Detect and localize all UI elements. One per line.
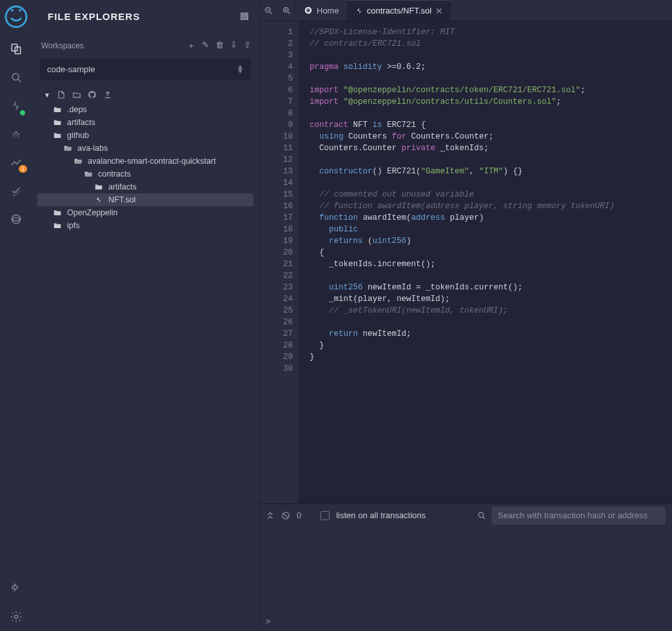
svg-point-1 — [11, 9, 14, 12]
file-explorer-icon[interactable] — [0, 35, 32, 63]
terminal-output[interactable]: > — [259, 527, 672, 631]
svg-line-24 — [483, 517, 485, 519]
tab-close-icon[interactable]: ✕ — [435, 6, 443, 16]
workspace-rename-icon[interactable]: ✎ — [202, 40, 209, 52]
compiler-status-ok-icon — [19, 110, 26, 116]
workspace-selected-value: code-sample — [47, 64, 95, 74]
code-content[interactable]: //SPDX-License-Identifier: MIT// contrac… — [298, 21, 672, 503]
new-folder-icon[interactable] — [72, 90, 81, 99]
workspace-create-icon[interactable]: ＋ — [187, 40, 195, 52]
file-tree: ▼ .depsartifactsgithubava-labsavalanche-… — [32, 85, 259, 631]
folder-icon — [94, 182, 103, 191]
svg-rect-4 — [15, 47, 20, 54]
deploy-icon[interactable] — [0, 120, 32, 148]
terminal-search-icon[interactable] — [477, 510, 486, 520]
svg-rect-9 — [241, 13, 248, 14]
tree-item[interactable]: artifacts — [37, 180, 253, 193]
workspace-select[interactable]: code-sample ▲▼ — [40, 58, 251, 80]
panel-header: FILE EXPLORERS — [32, 0, 259, 26]
home-tab-icon — [304, 6, 313, 15]
line-number-gutter: 1234567891011121314151617181920212223242… — [259, 21, 298, 503]
pending-tx-count: 0 — [297, 510, 301, 520]
workspace-upload-icon[interactable]: ⇧ — [244, 40, 251, 52]
listen-label: listen on all transactions — [336, 510, 426, 520]
tree-item[interactable]: OpenZeppelin — [37, 206, 253, 219]
tree-item-label: ipfs — [67, 221, 79, 230]
svg-line-13 — [270, 12, 272, 14]
tree-item-label: ava-labs — [77, 144, 108, 153]
svg-rect-3 — [12, 44, 17, 52]
svg-point-0 — [6, 6, 26, 27]
zoom-out-icon[interactable] — [259, 0, 277, 21]
tree-item[interactable]: contracts — [37, 168, 253, 180]
svg-point-23 — [479, 512, 484, 518]
settings-icon[interactable] — [0, 603, 32, 631]
tab-home[interactable]: Home — [295, 0, 347, 21]
workspaces-label: Workspaces — [41, 41, 84, 50]
tree-item[interactable]: NFT.sol — [37, 193, 253, 206]
tree-item-label: contracts — [98, 170, 131, 179]
file-explorer-panel: FILE EXPLORERS Workspaces ＋ ✎ 🗑 ⇩ ⇧ code… — [32, 0, 259, 631]
search-icon[interactable] — [0, 63, 32, 92]
folder-icon — [53, 221, 62, 230]
svg-line-22 — [284, 514, 288, 518]
plugin-icon[interactable] — [0, 205, 32, 233]
tree-item[interactable]: avalanche-smart-contract-quickstart — [37, 155, 253, 168]
select-caret-icon: ▲▼ — [237, 64, 244, 73]
svg-point-7 — [12, 215, 20, 223]
debugger-icon[interactable] — [0, 177, 32, 205]
panel-title: FILE EXPLORERS — [48, 11, 140, 22]
vertical-icon-bar: 1 — [0, 0, 32, 631]
tree-collapse-caret-icon[interactable]: ▼ — [44, 92, 50, 99]
folder-open-icon — [63, 144, 72, 153]
zoom-in-icon[interactable] — [277, 0, 295, 21]
tree-item[interactable]: ava-labs — [37, 142, 253, 155]
tree-item[interactable]: artifacts — [37, 116, 253, 129]
folder-icon — [53, 131, 62, 140]
github-icon[interactable] — [88, 90, 97, 99]
tree-item-label: .deps — [67, 105, 87, 114]
tree-item[interactable]: github — [37, 129, 253, 142]
svg-point-8 — [15, 616, 18, 619]
tree-item-label: NFT.sol — [108, 195, 135, 204]
tree-item-label: artifacts — [67, 118, 95, 127]
workspaces-row: Workspaces ＋ ✎ 🗑 ⇩ ⇧ — [32, 26, 259, 55]
panel-menu-icon[interactable] — [239, 11, 250, 21]
tree-item-label: github — [67, 131, 89, 140]
solidity-file-icon — [355, 7, 363, 15]
terminal-collapse-icon[interactable] — [266, 511, 275, 520]
terminal-search-input[interactable] — [491, 507, 666, 525]
editor-tabs-bar: Home contracts/NFT.sol ✕ — [259, 0, 672, 21]
terminal-prompt: > — [266, 616, 666, 626]
workspace-download-icon[interactable]: ⇩ — [230, 40, 237, 52]
tree-item[interactable]: ipfs — [37, 219, 253, 232]
tree-item-label: avalanche-smart-contract-quickstart — [88, 157, 216, 166]
analytics-badge: 1 — [19, 165, 27, 173]
file-sol-icon — [94, 196, 103, 204]
tab-home-label: Home — [317, 6, 339, 15]
tree-toolbar: ▼ — [37, 88, 253, 103]
terminal-clear-icon[interactable] — [281, 511, 290, 520]
tree-item-label: artifacts — [108, 182, 137, 191]
listen-checkbox[interactable] — [321, 511, 330, 520]
svg-point-2 — [19, 9, 21, 12]
code-editor[interactable]: 1234567891011121314151617181920212223242… — [259, 21, 672, 503]
plugin-manager-icon[interactable] — [0, 574, 32, 603]
tree-item-label: OpenZeppelin — [67, 208, 118, 217]
terminal-toolbar: 0 listen on all transactions — [259, 503, 672, 527]
upload-local-icon[interactable] — [103, 90, 112, 99]
analytics-icon[interactable]: 1 — [0, 148, 32, 177]
tab-active-file-label: contracts/NFT.sol — [367, 6, 431, 15]
folder-icon — [53, 118, 62, 127]
tree-item[interactable]: .deps — [37, 103, 253, 116]
svg-point-5 — [12, 73, 19, 80]
main-column: Home contracts/NFT.sol ✕ 123456789101112… — [259, 0, 672, 631]
compiler-icon[interactable] — [0, 92, 32, 120]
svg-rect-10 — [241, 15, 248, 17]
folder-icon — [53, 208, 62, 217]
tab-active-file[interactable]: contracts/NFT.sol ✕ — [347, 0, 451, 21]
workspace-delete-icon[interactable]: 🗑 — [215, 40, 224, 52]
new-file-icon[interactable] — [57, 90, 66, 99]
remix-logo[interactable] — [3, 4, 29, 30]
svg-point-20 — [306, 8, 310, 12]
